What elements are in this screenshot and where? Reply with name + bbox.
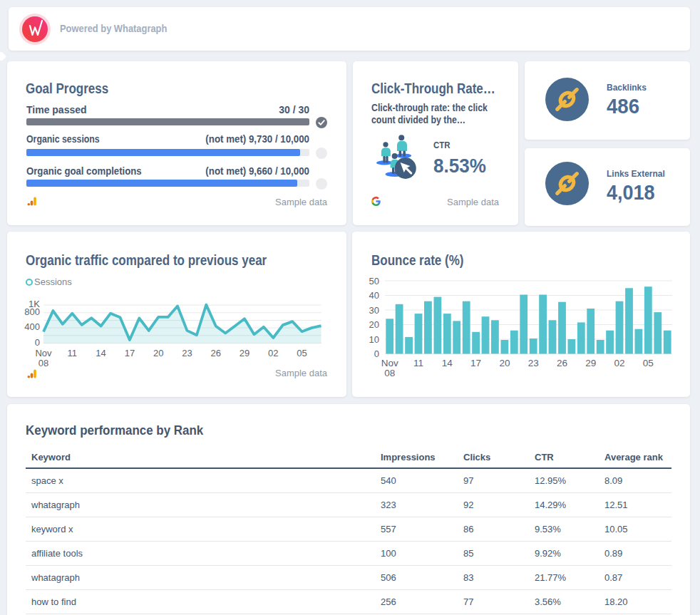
svg-text:Nov: Nov [381, 358, 398, 368]
svg-text:400: 400 [24, 321, 40, 332]
svg-text:Nov: Nov [35, 348, 52, 358]
svg-text:26: 26 [210, 348, 220, 358]
svg-text:20: 20 [153, 348, 163, 358]
svg-text:08: 08 [384, 368, 395, 378]
svg-text:05: 05 [643, 358, 654, 368]
svg-text:14: 14 [442, 358, 453, 368]
svg-text:23: 23 [528, 358, 539, 368]
svg-text:1K: 1K [29, 299, 40, 309]
svg-text:0: 0 [35, 337, 40, 348]
svg-text:10: 10 [369, 334, 379, 345]
svg-text:05: 05 [297, 348, 307, 358]
svg-text:08: 08 [38, 358, 48, 368]
svg-text:50: 50 [369, 276, 379, 286]
svg-text:17: 17 [125, 348, 135, 358]
svg-text:26: 26 [557, 358, 567, 368]
svg-text:20: 20 [499, 358, 510, 368]
svg-text:40: 40 [369, 290, 379, 301]
svg-text:14: 14 [96, 348, 105, 358]
svg-text:20: 20 [369, 319, 379, 330]
svg-text:0: 0 [374, 348, 379, 359]
svg-text:29: 29 [240, 348, 249, 358]
svg-text:02: 02 [614, 358, 624, 368]
svg-text:11: 11 [413, 358, 423, 368]
svg-text:30: 30 [369, 305, 379, 316]
svg-text:17: 17 [470, 358, 481, 368]
svg-text:02: 02 [268, 348, 278, 358]
svg-text:29: 29 [585, 358, 596, 368]
svg-text:23: 23 [182, 348, 192, 358]
svg-text:11: 11 [68, 348, 78, 358]
